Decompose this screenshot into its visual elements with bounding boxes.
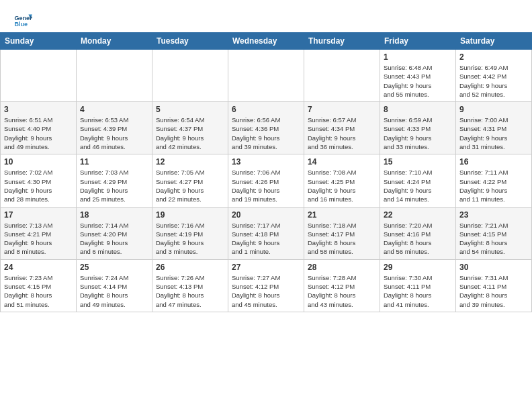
calendar-day-cell: 23Sunrise: 7:21 AM Sunset: 4:15 PM Dayli… [456, 207, 532, 259]
day-info: Sunrise: 6:54 AM Sunset: 4:37 PM Dayligh… [156, 116, 224, 151]
day-number: 29 [384, 263, 452, 272]
calendar-day-cell: 25Sunrise: 7:24 AM Sunset: 4:14 PM Dayli… [77, 259, 152, 312]
day-info: Sunrise: 7:26 AM Sunset: 4:13 PM Dayligh… [156, 273, 224, 309]
day-number: 21 [308, 210, 376, 220]
day-number: 6 [232, 105, 300, 114]
weekday-header: Wednesday [228, 33, 304, 50]
day-info: Sunrise: 7:23 AM Sunset: 4:15 PM Dayligh… [4, 273, 73, 309]
day-number: 26 [156, 263, 224, 272]
day-info: Sunrise: 7:27 AM Sunset: 4:12 PM Dayligh… [232, 273, 300, 309]
day-number: 23 [459, 210, 528, 220]
day-info: Sunrise: 6:59 AM Sunset: 4:33 PM Dayligh… [384, 116, 452, 151]
calendar-day-cell [228, 50, 304, 102]
day-number: 8 [384, 105, 452, 114]
day-info: Sunrise: 7:16 AM Sunset: 4:19 PM Dayligh… [156, 221, 224, 257]
day-number: 2 [459, 52, 528, 62]
calendar-day-cell: 28Sunrise: 7:28 AM Sunset: 4:12 PM Dayli… [304, 259, 380, 312]
day-number: 20 [232, 210, 300, 220]
day-number: 4 [80, 105, 148, 114]
day-info: Sunrise: 7:10 AM Sunset: 4:24 PM Dayligh… [384, 168, 452, 203]
day-info: Sunrise: 7:31 AM Sunset: 4:11 PM Dayligh… [459, 273, 528, 309]
calendar-day-cell: 2Sunrise: 6:49 AM Sunset: 4:42 PM Daylig… [456, 50, 532, 102]
weekday-header: Saturday [456, 33, 532, 50]
day-info: Sunrise: 6:53 AM Sunset: 4:39 PM Dayligh… [80, 116, 148, 151]
day-info: Sunrise: 7:28 AM Sunset: 4:12 PM Dayligh… [308, 273, 376, 309]
calendar-day-cell: 7Sunrise: 6:57 AM Sunset: 4:34 PM Daylig… [304, 102, 380, 154]
calendar-day-cell: 26Sunrise: 7:26 AM Sunset: 4:13 PM Dayli… [152, 259, 228, 312]
calendar-day-cell: 10Sunrise: 7:02 AM Sunset: 4:30 PM Dayli… [1, 154, 77, 207]
day-number: 17 [4, 210, 73, 220]
day-number: 30 [459, 263, 528, 272]
calendar-day-cell: 9Sunrise: 7:00 AM Sunset: 4:31 PM Daylig… [456, 102, 532, 154]
calendar-day-cell [304, 50, 380, 102]
calendar-day-cell: 5Sunrise: 6:54 AM Sunset: 4:37 PM Daylig… [152, 102, 228, 154]
svg-text:Blue: Blue [14, 21, 28, 28]
day-number: 14 [308, 157, 376, 167]
day-number: 18 [80, 210, 148, 220]
calendar-day-cell: 30Sunrise: 7:31 AM Sunset: 4:11 PM Dayli… [456, 259, 532, 312]
calendar-day-cell: 27Sunrise: 7:27 AM Sunset: 4:12 PM Dayli… [228, 259, 304, 312]
day-info: Sunrise: 7:21 AM Sunset: 4:15 PM Dayligh… [459, 221, 528, 257]
day-number: 24 [4, 263, 73, 272]
calendar-day-cell: 18Sunrise: 7:14 AM Sunset: 4:20 PM Dayli… [77, 207, 152, 259]
day-number: 25 [80, 263, 148, 272]
calendar-day-cell: 14Sunrise: 7:08 AM Sunset: 4:25 PM Dayli… [304, 154, 380, 207]
calendar-week-row: 24Sunrise: 7:23 AM Sunset: 4:15 PM Dayli… [1, 259, 532, 312]
calendar-table: SundayMondayTuesdayWednesdayThursdayFrid… [0, 32, 532, 312]
day-info: Sunrise: 7:06 AM Sunset: 4:26 PM Dayligh… [232, 168, 300, 203]
calendar-day-cell: 21Sunrise: 7:18 AM Sunset: 4:17 PM Dayli… [304, 207, 380, 259]
day-number: 22 [384, 210, 452, 220]
logo-icon: General Blue [13, 11, 32, 30]
calendar-day-cell: 17Sunrise: 7:13 AM Sunset: 4:21 PM Dayli… [1, 207, 77, 259]
calendar-day-cell: 15Sunrise: 7:10 AM Sunset: 4:24 PM Dayli… [380, 154, 456, 207]
day-info: Sunrise: 6:49 AM Sunset: 4:42 PM Dayligh… [459, 63, 528, 99]
calendar-day-cell: 13Sunrise: 7:06 AM Sunset: 4:26 PM Dayli… [228, 154, 304, 207]
day-number: 5 [156, 105, 224, 114]
calendar-day-cell: 12Sunrise: 7:05 AM Sunset: 4:27 PM Dayli… [152, 154, 228, 207]
calendar-day-cell: 20Sunrise: 7:17 AM Sunset: 4:18 PM Dayli… [228, 207, 304, 259]
calendar-day-cell: 19Sunrise: 7:16 AM Sunset: 4:19 PM Dayli… [152, 207, 228, 259]
day-number: 3 [4, 105, 73, 114]
calendar-day-cell: 24Sunrise: 7:23 AM Sunset: 4:15 PM Dayli… [1, 259, 77, 312]
day-info: Sunrise: 7:11 AM Sunset: 4:22 PM Dayligh… [459, 168, 528, 203]
calendar-day-cell: 3Sunrise: 6:51 AM Sunset: 4:40 PM Daylig… [1, 102, 77, 154]
day-info: Sunrise: 7:00 AM Sunset: 4:31 PM Dayligh… [459, 116, 528, 151]
day-info: Sunrise: 7:17 AM Sunset: 4:18 PM Dayligh… [232, 221, 300, 257]
day-info: Sunrise: 7:14 AM Sunset: 4:20 PM Dayligh… [80, 221, 148, 257]
day-number: 13 [232, 157, 300, 167]
calendar-day-cell: 16Sunrise: 7:11 AM Sunset: 4:22 PM Dayli… [456, 154, 532, 207]
calendar-day-cell [77, 50, 152, 102]
calendar-day-cell [152, 50, 228, 102]
weekday-header: Tuesday [152, 33, 228, 50]
day-info: Sunrise: 6:51 AM Sunset: 4:40 PM Dayligh… [4, 116, 73, 151]
day-info: Sunrise: 7:02 AM Sunset: 4:30 PM Dayligh… [4, 168, 73, 203]
day-info: Sunrise: 7:30 AM Sunset: 4:11 PM Dayligh… [384, 273, 452, 309]
calendar-week-row: 17Sunrise: 7:13 AM Sunset: 4:21 PM Dayli… [1, 207, 532, 259]
day-info: Sunrise: 6:56 AM Sunset: 4:36 PM Dayligh… [232, 116, 300, 151]
day-info: Sunrise: 7:03 AM Sunset: 4:29 PM Dayligh… [80, 168, 148, 203]
calendar-week-row: 10Sunrise: 7:02 AM Sunset: 4:30 PM Dayli… [1, 154, 532, 207]
day-number: 12 [156, 157, 224, 167]
logo: General Blue [13, 11, 35, 30]
calendar-day-cell: 1Sunrise: 6:48 AM Sunset: 4:43 PM Daylig… [380, 50, 456, 102]
calendar-week-row: 3Sunrise: 6:51 AM Sunset: 4:40 PM Daylig… [1, 102, 532, 154]
calendar-body: 1Sunrise: 6:48 AM Sunset: 4:43 PM Daylig… [1, 50, 532, 312]
weekday-header: Monday [77, 33, 152, 50]
day-number: 15 [384, 157, 452, 167]
day-info: Sunrise: 7:24 AM Sunset: 4:14 PM Dayligh… [80, 273, 148, 309]
day-number: 28 [308, 263, 376, 272]
day-number: 19 [156, 210, 224, 220]
day-number: 27 [232, 263, 300, 272]
day-number: 11 [80, 157, 148, 167]
day-info: Sunrise: 7:08 AM Sunset: 4:25 PM Dayligh… [308, 168, 376, 203]
weekday-header: Thursday [304, 33, 380, 50]
day-number: 1 [384, 52, 452, 62]
day-number: 10 [4, 157, 73, 167]
day-info: Sunrise: 6:57 AM Sunset: 4:34 PM Dayligh… [308, 116, 376, 151]
weekday-header: Sunday [1, 33, 77, 50]
calendar-header: SundayMondayTuesdayWednesdayThursdayFrid… [1, 33, 532, 50]
day-number: 7 [308, 105, 376, 114]
calendar-day-cell: 6Sunrise: 6:56 AM Sunset: 4:36 PM Daylig… [228, 102, 304, 154]
calendar-week-row: 1Sunrise: 6:48 AM Sunset: 4:43 PM Daylig… [1, 50, 532, 102]
day-number: 16 [459, 157, 528, 167]
